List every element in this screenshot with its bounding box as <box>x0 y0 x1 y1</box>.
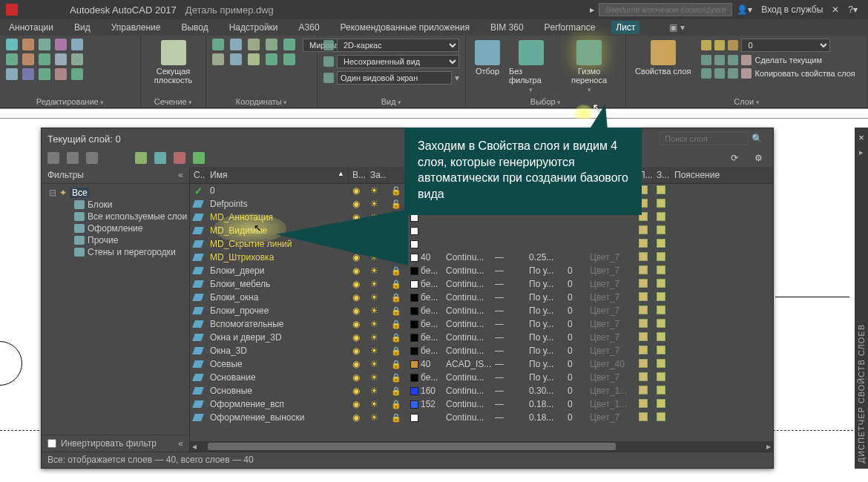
layer-trans[interactable]: По у... <box>525 292 564 303</box>
layer-tval[interactable]: 0 <box>564 319 586 329</box>
layer-linetype[interactable]: Continu... <box>442 306 491 316</box>
layer-trans[interactable]: По у... <box>525 306 564 316</box>
help-icon[interactable]: ?▾ <box>848 4 858 15</box>
lock-icon[interactable]: 🔒 <box>391 320 401 329</box>
single-viewport-button[interactable]: Один видовой экран <box>337 71 452 85</box>
bulb-icon[interactable]: ◉ <box>352 306 360 316</box>
edit-icon[interactable] <box>22 68 34 80</box>
layer-plotstyle[interactable]: Цвет_7 <box>586 346 635 356</box>
tab-a360[interactable]: A360 <box>295 21 324 34</box>
layer-tval[interactable]: 0 <box>564 399 586 409</box>
invert-filter-checkbox[interactable] <box>47 439 56 448</box>
bulb-icon[interactable]: ◉ <box>352 399 360 409</box>
edit-icon[interactable] <box>39 39 50 50</box>
layer-name[interactable]: Окна_3D <box>206 346 349 356</box>
layer-trans[interactable]: По у... <box>525 359 564 369</box>
layer-lineweight[interactable]: — <box>491 319 525 329</box>
layer-tval[interactable]: 0 <box>564 265 586 276</box>
layer-name[interactable]: Блоки_мебель <box>206 279 349 289</box>
layer-lineweight[interactable]: — <box>491 346 525 356</box>
newvp-icon[interactable] <box>657 225 665 234</box>
newvp-icon[interactable] <box>657 265 665 274</box>
edit-icon[interactable] <box>22 53 34 65</box>
layer-tool-icon[interactable] <box>701 55 711 65</box>
layer-name[interactable]: Основные <box>206 386 349 396</box>
lock-icon[interactable]: 🔒 <box>391 346 401 355</box>
tab-annotations[interactable]: Аннотации <box>4 21 58 34</box>
layer-lineweight[interactable]: — <box>491 265 525 276</box>
filter-item[interactable]: Блоки <box>88 199 113 210</box>
plot-icon[interactable] <box>639 239 648 248</box>
layer-row[interactable]: Блоки_окна◉☀🔒бе...Continu...—По у...0Цве… <box>190 291 773 304</box>
layer-plotstyle[interactable]: Цвет_7 <box>586 292 635 303</box>
layer-trans[interactable]: 0.25... <box>525 252 564 263</box>
layer-plotstyle[interactable]: Цвет_7 <box>586 279 635 289</box>
move-gizmo-button[interactable]: Гизмо переноса▾ <box>559 39 619 95</box>
edit-icon[interactable] <box>71 39 83 50</box>
tab-output[interactable]: Вывод <box>177 21 212 34</box>
refresh-icon[interactable]: ⟳ <box>731 153 738 163</box>
layer-name[interactable]: Оформление_всп <box>206 399 349 409</box>
bulb-icon[interactable]: ◉ <box>352 199 360 209</box>
layer-row[interactable]: Блоки_двери◉☀🔒бе...Continu...—По у...0Цв… <box>190 264 773 277</box>
plot-icon[interactable] <box>639 265 648 274</box>
panel-caption-layers[interactable]: Слои <box>632 96 861 106</box>
collapse-filters-icon[interactable]: « <box>178 170 183 180</box>
col-on[interactable]: В... <box>349 167 366 183</box>
layer-plotstyle[interactable]: Цвет_7 <box>586 372 635 383</box>
newvp-icon[interactable] <box>657 306 665 314</box>
sun-icon[interactable]: ☀ <box>370 372 378 383</box>
sun-icon[interactable]: ☀ <box>370 185 378 196</box>
layer-linetype[interactable]: Continu... <box>442 279 491 289</box>
layer-name[interactable]: Оформление_выноски <box>206 412 349 423</box>
plot-icon[interactable] <box>639 399 648 408</box>
layer-name[interactable]: Блоки_окна <box>206 292 349 303</box>
ucs-icon[interactable] <box>248 39 260 50</box>
filter-item[interactable]: Стены и перегородки <box>88 247 176 257</box>
layer-lineweight[interactable]: — <box>491 386 525 396</box>
newvp-icon[interactable] <box>657 185 665 194</box>
layer-row[interactable]: Оформление_всп◉☀🔒152Continu...—0.18...0Ц… <box>190 397 773 411</box>
sun-icon[interactable]: ☀ <box>370 279 378 289</box>
col-newvp[interactable]: З... <box>653 167 671 183</box>
newvp-icon[interactable] <box>657 292 665 301</box>
layer-color[interactable]: бе... <box>407 265 442 276</box>
panel-caption-edit[interactable]: Редактирование <box>6 96 134 106</box>
layer-color[interactable]: бе... <box>407 372 442 383</box>
plot-icon[interactable] <box>639 372 648 381</box>
ucs-icon[interactable] <box>266 39 277 50</box>
layer-plotstyle[interactable]: Цвет_7 <box>586 306 635 316</box>
layer-row[interactable]: Окна_3D◉☀🔒бе...Continu...—По у...0Цвет_7 <box>190 344 773 357</box>
lock-icon[interactable]: 🔒 <box>391 266 401 275</box>
plot-icon[interactable] <box>639 319 648 328</box>
newvp-icon[interactable] <box>657 332 665 341</box>
layer-tool-icon[interactable] <box>701 68 711 79</box>
ucs-icon[interactable] <box>283 53 295 65</box>
layer-trans[interactable]: По у... <box>525 372 564 383</box>
layer-name[interactable]: Defpoints <box>206 199 349 209</box>
settings-gear-icon[interactable]: ⚙ <box>754 153 763 163</box>
layer-color[interactable]: бе... <box>407 332 442 343</box>
tab-overflow[interactable]: ▣ ▾ <box>665 21 688 34</box>
layer-name[interactable]: Блоки_прочее <box>206 306 349 316</box>
panel-caption-coords[interactable]: Координаты <box>212 96 311 106</box>
layer-plotstyle[interactable]: Цвет_1... <box>586 386 635 396</box>
layer-plotstyle[interactable]: Цвет_7 <box>586 319 635 329</box>
ucs-icon[interactable] <box>230 53 242 65</box>
bulb-icon[interactable]: ◉ <box>352 265 360 276</box>
layer-name[interactable]: 0 <box>206 185 349 196</box>
layer-row[interactable]: Осевые◉☀🔒40ACAD_IS...—По у...0Цвет_40 <box>190 357 773 371</box>
sun-icon[interactable]: ☀ <box>370 332 378 343</box>
plot-icon[interactable] <box>639 306 648 314</box>
panel-caption-view[interactable]: Вид <box>323 96 459 106</box>
sun-icon[interactable]: ☀ <box>370 386 378 396</box>
layer-color[interactable]: 160 <box>407 386 442 396</box>
layer-lineweight[interactable]: — <box>491 359 525 369</box>
layer-properties-button[interactable]: Свойства слоя <box>632 39 694 77</box>
sun-icon[interactable]: ☀ <box>370 359 378 369</box>
tab-view[interactable]: Вид <box>70 21 95 34</box>
sun-icon[interactable]: ☀ <box>370 412 378 423</box>
layer-tval[interactable]: 0 <box>564 292 586 303</box>
layer-color[interactable]: бе... <box>407 292 442 303</box>
newvp-icon[interactable] <box>657 239 665 248</box>
